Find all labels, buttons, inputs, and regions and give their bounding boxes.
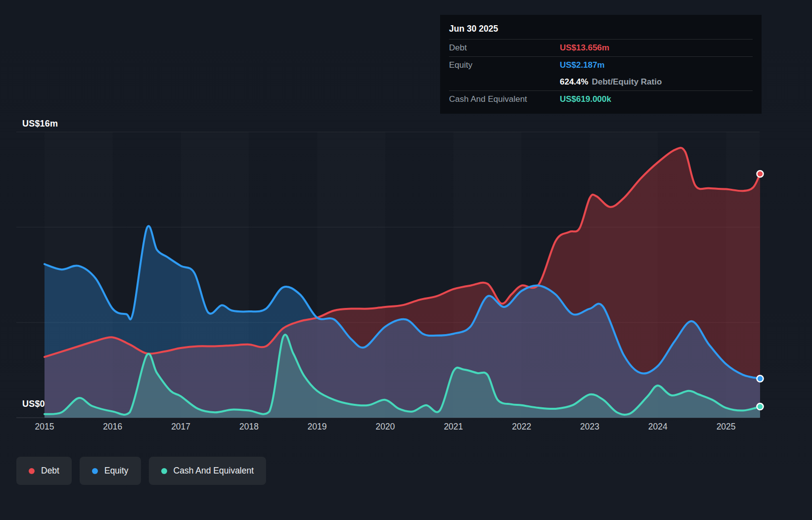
equity-legend-dot	[92, 468, 98, 474]
tooltip-debt-value: US$13.656m	[560, 43, 609, 53]
x-tick-label: 2015	[35, 422, 54, 432]
equity-end-marker	[757, 376, 764, 382]
legend-debt-label: Debt	[41, 466, 59, 476]
legend-item-debt[interactable]: Debt	[16, 457, 72, 485]
tooltip-ratio-row: 624.4%Debt/Equity Ratio	[449, 74, 753, 90]
tooltip-equity-row: Equity US$2.187m	[449, 56, 753, 74]
x-tick-label: 2023	[580, 422, 599, 432]
chart-legend: Debt Equity Cash And Equivalent	[16, 457, 266, 485]
x-tick-label: 2019	[308, 422, 327, 432]
tooltip-cash-label: Cash And Equivalent	[449, 94, 560, 104]
x-tick-label: 2022	[512, 422, 531, 432]
tooltip-cash-value: US$619.000k	[560, 94, 611, 104]
legend-cash-label: Cash And Equivalent	[174, 466, 254, 476]
y-axis-label-max: US$16m	[22, 119, 58, 129]
tooltip-ratio-value: 624.4%	[560, 77, 588, 87]
tooltip-ratio-label: Debt/Equity Ratio	[592, 77, 662, 87]
x-tick-label: 2016	[103, 422, 122, 432]
cash-legend-dot	[161, 468, 167, 474]
legend-item-equity[interactable]: Equity	[80, 457, 141, 485]
debt-legend-dot	[29, 468, 35, 474]
tooltip-equity-value: US$2.187m	[560, 60, 605, 70]
x-tick-label: 2020	[376, 422, 395, 432]
x-tick-label: 2018	[239, 422, 259, 432]
legend-equity-label: Equity	[104, 466, 129, 476]
x-tick-label: 2024	[648, 422, 668, 432]
tooltip-cash-row: Cash And Equivalent US$619.000k	[449, 90, 753, 108]
tooltip-equity-label: Equity	[449, 60, 560, 70]
legend-item-cash[interactable]: Cash And Equivalent	[149, 457, 266, 485]
cash-end-marker	[757, 403, 764, 410]
y-axis-label-zero: US$0	[22, 399, 45, 409]
chart-page: 2015201620172018201920202021202220232024…	[0, 0, 812, 520]
x-tick-label: 2017	[171, 422, 190, 432]
x-tick-label: 2021	[444, 422, 463, 432]
tooltip-debt-row: Debt US$13.656m	[449, 39, 753, 56]
x-tick-label: 2025	[717, 422, 736, 432]
debt-end-marker	[757, 171, 764, 177]
tooltip-panel: Jun 30 2025 Debt US$13.656m Equity US$2.…	[440, 15, 762, 114]
tooltip-date: Jun 30 2025	[449, 20, 753, 39]
tooltip-debt-label: Debt	[449, 43, 560, 53]
